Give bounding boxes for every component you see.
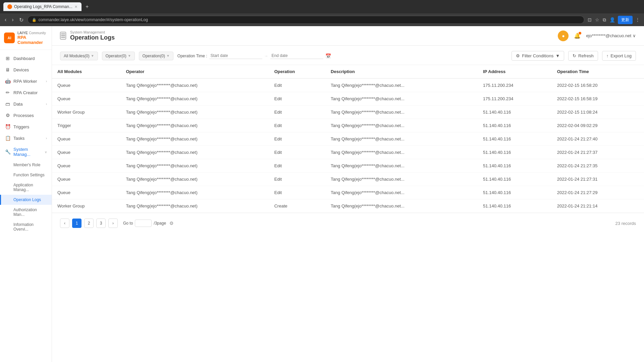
more-options-icon[interactable]: ⋮ <box>635 16 641 23</box>
sidebar-item-rpa-worker[interactable]: 🤖 RPA Worker › <box>0 75 52 87</box>
reload-btn[interactable]: ↻ <box>18 16 25 24</box>
menu-toggle-btn[interactable]: ☰ <box>60 32 66 40</box>
chevron-right-icon: › <box>46 136 47 140</box>
address-bar[interactable]: 🔒 commander.laiye.uk/view/commander/#/sy… <box>28 16 584 24</box>
dashboard-icon: ⊞ <box>5 56 11 61</box>
page-btn-2[interactable]: 2 <box>84 219 94 228</box>
screen-cast-icon[interactable]: ⊡ <box>587 16 592 23</box>
sidebar-item-processes[interactable]: ⚙ Processes <box>0 110 52 121</box>
cell-ip: 51.140.40.116 <box>478 146 552 159</box>
per-page-settings-icon[interactable]: ⚙ <box>169 221 174 226</box>
sidebar-item-tasks[interactable]: 📋 Tasks › <box>0 132 52 144</box>
go-to-input[interactable] <box>135 220 152 227</box>
table-body: Queue Tang Qifeng(ejo********@chacuo.net… <box>52 78 644 213</box>
operation-logs-table: All Modules Operator Operation Descripti… <box>52 65 644 213</box>
sidebar-item-triggers[interactable]: ⏰ Triggers <box>0 121 52 132</box>
back-btn[interactable]: ‹ <box>3 16 8 23</box>
cell-operation: Edit <box>269 132 325 146</box>
bookmark-icon[interactable]: ☆ <box>594 16 600 23</box>
cell-ip: 51.140.40.116 <box>478 159 552 173</box>
dropdown-arrow-icon: ▼ <box>166 54 170 58</box>
pagination: ‹ 1 2 3 › Go to /3page ⚙ 23 records <box>52 213 644 233</box>
all-modules-filter[interactable]: All Modules(0) ▼ <box>60 52 98 60</box>
end-date-input[interactable] <box>270 53 323 59</box>
table-row: Trigger Tang Qifeng(ejo********@chacuo.n… <box>52 119 644 132</box>
sidebar-subitem-operation-logs[interactable]: Operation Logs <box>0 195 52 205</box>
browser-chrome: Operating Logs_RPA Comman... ✕ + <box>0 0 644 13</box>
refresh-btn[interactable]: ↻ Refresh <box>568 51 598 61</box>
sidebar-item-rpa-creator[interactable]: ✏ RPA Creator <box>0 87 52 98</box>
cell-description: Tang Qifeng(ejo********@chacuo.net... <box>325 132 478 146</box>
cell-operator: Tang Qifeng(ejo********@chacuo.net) <box>120 132 269 146</box>
start-date-input[interactable] <box>209 53 262 59</box>
header-supertitle: System Management <box>70 30 115 34</box>
extensions-icon[interactable]: ⧉ <box>602 16 607 23</box>
user-menu[interactable]: ejo********@chacuo.net ∨ <box>586 33 636 38</box>
cell-operation: Edit <box>269 119 325 132</box>
user-profile-icon[interactable]: 👤 <box>609 16 616 23</box>
filter-conditions-btn[interactable]: ⚙ Filter Conditions ▼ <box>512 51 564 61</box>
cell-operation: Edit <box>269 173 325 186</box>
page-btn-1[interactable]: 1 <box>72 219 82 228</box>
chevron-down-icon: ∨ <box>45 150 47 154</box>
new-tab-btn[interactable]: + <box>86 4 89 10</box>
filter-icon: ⚙ <box>516 53 520 58</box>
refresh-icon: ↻ <box>573 53 576 58</box>
col-description: Description <box>325 65 478 78</box>
export-log-btn[interactable]: ↑ Export Log <box>602 51 636 61</box>
sidebar-item-devices[interactable]: 🖥 Devices <box>0 64 52 75</box>
cell-time: 2022-01-24 21:27:31 <box>552 173 644 186</box>
cell-time: 2022-01-24 21:27:40 <box>552 132 644 146</box>
page-btn-3[interactable]: 3 <box>96 219 106 228</box>
update-btn[interactable]: 更新 <box>618 16 633 24</box>
cell-operation: Create <box>269 199 325 213</box>
sidebar-subitem-application-manag[interactable]: Application Manag... <box>0 180 52 195</box>
calendar-icon[interactable]: 📅 <box>325 53 331 59</box>
sidebar-subitem-information-overvi[interactable]: Information Overvi... <box>0 220 52 234</box>
logo-laiye: LAIYE <box>17 31 29 35</box>
notification-btn[interactable]: 🔔 <box>574 33 581 39</box>
sidebar-subitem-function-settings[interactable]: Function Settings <box>0 170 52 180</box>
cell-operator: Tang Qifeng(ejo********@chacuo.net) <box>120 159 269 173</box>
sidebar-nav: ⊞ Dashboard 🖥 Devices 🤖 RPA Worker › ✏ R… <box>0 50 52 362</box>
sidebar-item-system-manage[interactable]: 🔧 System Manag... ∨ <box>0 144 52 160</box>
sidebar-subitem-members-role[interactable]: Member's Role <box>0 160 52 170</box>
forward-btn[interactable]: › <box>10 16 15 23</box>
cell-description: Tang Qifeng(ejo********@chacuo.net... <box>325 146 478 159</box>
cell-time: 2022-01-24 21:27:37 <box>552 146 644 159</box>
sidebar-item-data[interactable]: 🗃 Data › <box>0 98 52 110</box>
date-filter: Operation Time : → 📅 <box>177 53 331 59</box>
cell-module: Worker Group <box>52 199 120 213</box>
table-row: Queue Tang Qifeng(ejo********@chacuo.net… <box>52 186 644 199</box>
cell-module: Queue <box>52 159 120 173</box>
cell-operator: Tang Qifeng(ejo********@chacuo.net) <box>120 146 269 159</box>
browser-toolbar: ‹ › ↻ 🔒 commander.laiye.uk/view/commande… <box>0 13 644 26</box>
cell-operator: Tang Qifeng(ejo********@chacuo.net) <box>120 186 269 199</box>
table-row: Queue Tang Qifeng(ejo********@chacuo.net… <box>52 173 644 186</box>
operator-filter[interactable]: Operator(0) ▼ <box>102 52 135 60</box>
logo-brand: RPA Commander <box>17 35 48 45</box>
col-operator: Operator <box>120 65 269 78</box>
cell-time: 2022-01-24 21:27:29 <box>552 186 644 199</box>
cell-ip: 175.11.200.234 <box>478 92 552 106</box>
logo-icon: AI <box>4 33 15 43</box>
chevron-right-icon: › <box>46 102 47 106</box>
sidebar-item-dashboard[interactable]: ⊞ Dashboard <box>0 53 52 64</box>
cell-description: Tang Qifeng(ejo********@chacuo.net... <box>325 78 478 92</box>
table-row: Queue Tang Qifeng(ejo********@chacuo.net… <box>52 132 644 146</box>
system-manage-icon: 🔧 <box>5 149 11 155</box>
cell-module: Queue <box>52 146 120 159</box>
cell-operator: Tang Qifeng(ejo********@chacuo.net) <box>120 173 269 186</box>
cell-ip: 51.140.40.116 <box>478 186 552 199</box>
sidebar-subitem-authorization-man[interactable]: Authorization Man... <box>0 205 52 220</box>
cell-module: Queue <box>52 78 120 92</box>
operation-filter[interactable]: Operation(0) ▼ <box>139 52 173 60</box>
next-page-btn[interactable]: › <box>108 219 118 228</box>
toolbar-icons: ⊡ ☆ ⧉ 👤 更新 ⋮ <box>587 16 641 24</box>
prev-page-btn[interactable]: ‹ <box>60 219 69 228</box>
tab-close-btn[interactable]: ✕ <box>74 5 77 9</box>
browser-tab-active[interactable]: Operating Logs_RPA Comman... ✕ <box>3 2 82 11</box>
rpa-creator-icon: ✏ <box>5 90 11 95</box>
user-menu-arrow: ∨ <box>633 33 636 38</box>
cell-description: Tang Qifeng(ejo********@chacuo.net... <box>325 92 478 106</box>
